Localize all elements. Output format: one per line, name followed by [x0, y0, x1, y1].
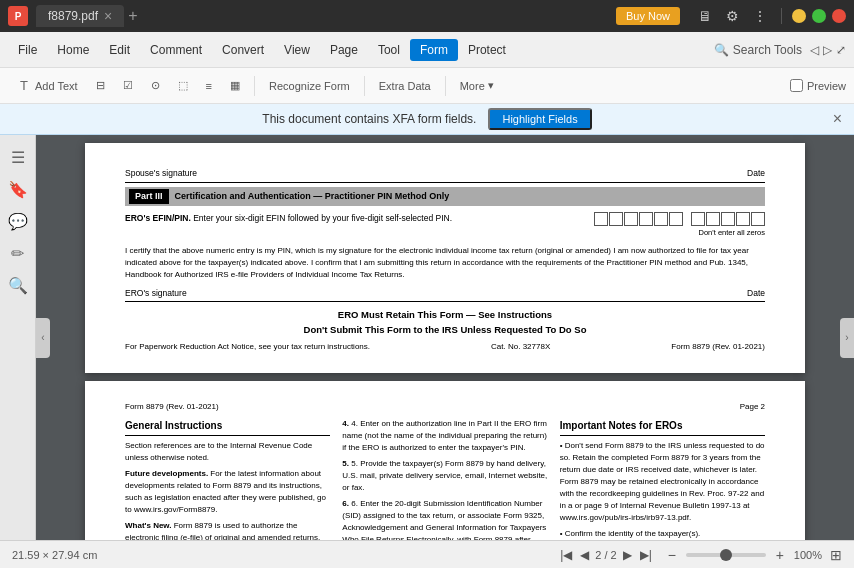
- add-tab-button[interactable]: +: [128, 7, 137, 25]
- dont-enter-label: Don't enter all zeros: [699, 227, 765, 238]
- fit-page-button[interactable]: ⊞: [830, 547, 842, 563]
- panel-icon-bookmark[interactable]: 🔖: [4, 175, 32, 203]
- more-label: More: [460, 80, 485, 92]
- efin-label: ERO's EFIN/PIN.: [125, 213, 191, 223]
- panel-icon-edit[interactable]: ✏: [4, 239, 32, 267]
- tab-title: f8879.pdf: [48, 9, 98, 23]
- important-text-2: • Confirm the identity of the taxpayer(s…: [560, 528, 765, 540]
- search-tools-label: Search Tools: [733, 43, 802, 57]
- external-link-icon[interactable]: ⤢: [836, 43, 846, 57]
- cert-text: I certify that the above numeric entry i…: [125, 245, 765, 281]
- menu-view[interactable]: View: [274, 39, 320, 61]
- menu-protect[interactable]: Protect: [458, 39, 516, 61]
- toolbar-icon-1[interactable]: 🖥: [694, 6, 716, 26]
- page2-columns: General Instructions Section references …: [125, 418, 765, 540]
- menu-tool[interactable]: Tool: [368, 39, 410, 61]
- pdf-page-2: Form 8879 (Rev. 01-2021) Page 2 General …: [85, 381, 805, 540]
- efin-box-6: [669, 212, 683, 226]
- tb-icon-1[interactable]: ⊟: [88, 76, 113, 95]
- extra-data-button[interactable]: Extra Data: [371, 77, 439, 95]
- numbered-items-col: 4. 4. Enter on the authorization line in…: [342, 418, 547, 540]
- current-page: 2: [595, 549, 601, 561]
- zoom-controls: − + 100%: [662, 545, 822, 565]
- recognize-form-label: Recognize Form: [269, 80, 350, 92]
- general-instructions-title: General Instructions: [125, 418, 330, 436]
- zoom-slider[interactable]: [686, 553, 766, 557]
- menu-edit[interactable]: Edit: [99, 39, 140, 61]
- next-page-button[interactable]: ▶: [621, 546, 634, 564]
- collapse-left-button[interactable]: ‹: [36, 318, 50, 358]
- last-page-button[interactable]: ▶|: [638, 546, 654, 564]
- maximize-button[interactable]: [812, 9, 826, 23]
- xfa-close-button[interactable]: ×: [833, 110, 842, 128]
- must-retain: ERO Must Retain This Form — See Instruct…: [125, 308, 765, 337]
- panel-icon-comment[interactable]: 💬: [4, 207, 32, 235]
- xfa-banner: This document contains XFA form fields. …: [0, 104, 854, 135]
- efin-box-3: [624, 212, 638, 226]
- efin-box-2: [609, 212, 623, 226]
- menu-convert[interactable]: Convert: [212, 39, 274, 61]
- preview-checkbox[interactable]: [790, 79, 803, 92]
- preview-label: Preview: [807, 80, 846, 92]
- menu-page[interactable]: Page: [320, 39, 368, 61]
- efin-box-5: [654, 212, 668, 226]
- cat-no: Cat. No. 32778X: [491, 341, 550, 353]
- left-panel: ☰ 🔖 💬 ✏ 🔍: [0, 135, 36, 540]
- important-text-1: • Don't send Form 8879 to the IRS unless…: [560, 440, 765, 524]
- nav-forward-icon[interactable]: ▷: [823, 43, 832, 57]
- first-page-button[interactable]: |◀: [558, 546, 574, 564]
- tb-icon-3[interactable]: ⊙: [143, 76, 168, 95]
- minimize-button[interactable]: [792, 9, 806, 23]
- document-tab[interactable]: f8879.pdf ×: [36, 5, 124, 27]
- toolbar-icon-3[interactable]: ⋮: [749, 6, 771, 26]
- buy-now-button[interactable]: Buy Now: [616, 7, 680, 25]
- search-icon: 🔍: [714, 43, 729, 57]
- form-info: Form 8879 (Rev. 01-2021): [671, 341, 765, 353]
- nav-back-icon[interactable]: ◁: [810, 43, 819, 57]
- efin-box-9: [721, 212, 735, 226]
- efin-box-4: [639, 212, 653, 226]
- menu-form[interactable]: Form: [410, 39, 458, 61]
- toolbar-icon-2[interactable]: ⚙: [722, 6, 743, 26]
- menu-bar: File Home Edit Comment Convert View Page…: [0, 32, 854, 68]
- zoom-in-button[interactable]: +: [770, 545, 790, 565]
- menu-file[interactable]: File: [8, 39, 47, 61]
- add-text-label: Add Text: [35, 80, 78, 92]
- must-retain-line1: ERO Must Retain This Form — See Instruct…: [125, 308, 765, 322]
- zoom-out-button[interactable]: −: [662, 545, 682, 565]
- extra-data-label: Extra Data: [379, 80, 431, 92]
- prev-page-button[interactable]: ◀: [578, 546, 591, 564]
- spouse-date-label: Date: [747, 167, 765, 180]
- menu-comment[interactable]: Comment: [140, 39, 212, 61]
- recognize-form-button[interactable]: Recognize Form: [261, 77, 358, 95]
- close-button[interactable]: [832, 9, 846, 23]
- tab-close-button[interactable]: ×: [104, 9, 112, 23]
- tb-icon-4[interactable]: ⬚: [170, 76, 196, 95]
- whats-new-title: What's New.: [125, 521, 172, 530]
- menu-home[interactable]: Home: [47, 39, 99, 61]
- panel-icon-menu[interactable]: ☰: [4, 143, 32, 171]
- ero-sig-label: ERO's signature: [125, 287, 187, 300]
- more-button[interactable]: More ▾: [452, 76, 502, 95]
- page2-form-label: Form 8879 (Rev. 01-2021): [125, 401, 219, 412]
- collapse-right-button[interactable]: ›: [840, 318, 854, 358]
- tb-icon-5[interactable]: ≡: [198, 77, 220, 95]
- efin-box-1: [594, 212, 608, 226]
- total-pages: 2: [611, 549, 617, 561]
- general-instructions-col: General Instructions Section references …: [125, 418, 330, 540]
- page-navigation: |◀ ◀ 2 / 2 ▶ ▶|: [558, 546, 654, 564]
- tb-icon-6[interactable]: ▦: [222, 76, 248, 95]
- panel-icon-search[interactable]: 🔍: [4, 271, 32, 299]
- page-dimensions: 21.59 × 27.94 cm: [12, 549, 97, 561]
- preview-checkbox-area[interactable]: Preview: [790, 79, 846, 92]
- efin-box-7: [691, 212, 705, 226]
- page2-header: Form 8879 (Rev. 01-2021) Page 2: [125, 401, 765, 412]
- search-tools-button[interactable]: 🔍 Search Tools: [714, 43, 802, 57]
- must-retain-line2: Don't Submit This Form to the IRS Unless…: [125, 323, 765, 337]
- tb-icon-2[interactable]: ☑: [115, 76, 141, 95]
- future-dev-text: Future developments. For the latest info…: [125, 468, 330, 516]
- xfa-message: This document contains XFA form fields.: [262, 112, 476, 126]
- add-text-button[interactable]: T Add Text: [8, 75, 86, 97]
- highlight-fields-button[interactable]: Highlight Fields: [488, 108, 591, 130]
- efin-box-8: [706, 212, 720, 226]
